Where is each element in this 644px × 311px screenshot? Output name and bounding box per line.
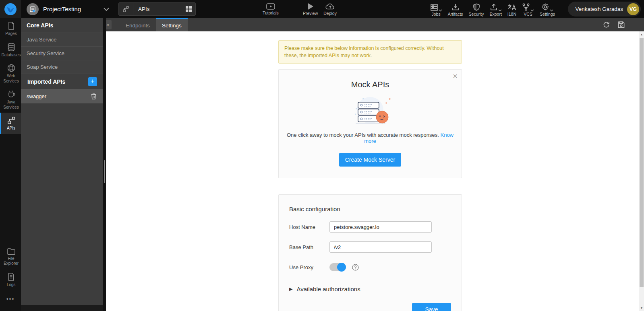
rail-label-web-services: Web Services [1,74,21,84]
add-imported-api-button[interactable]: + [88,77,97,86]
rail-item-pages[interactable]: Pages [0,18,21,39]
tutorials-button[interactable]: Tutorials [260,0,282,18]
mock-description-text: One click away to mock your APIs with ac… [287,132,440,138]
available-authorizations-label: Available authorizations [296,286,360,292]
deploy-button[interactable]: Deploy [321,0,340,18]
save-button[interactable]: Save [412,303,451,311]
rail-spacer [0,134,21,244]
tab-endpoints[interactable]: Endpoints [120,18,156,31]
security-icon [473,3,480,11]
use-proxy-toggle[interactable] [329,263,346,271]
warning-alert: Please make sure the below information i… [278,40,462,64]
artifacts-icon [451,4,460,11]
api-node-icon [119,3,133,15]
jobs-button[interactable]: Jobs [427,0,445,18]
basic-configuration-card: Basic configuration Host Name Base Path … [278,194,462,311]
panel-bottom-scrollbar[interactable] [21,305,103,311]
imported-api-item-swagger[interactable]: swagger [21,89,103,103]
base-path-label: Base Path [289,244,329,250]
available-authorizations-toggle[interactable]: ▶ Available authorizations [289,286,451,292]
tutorials-label: Tutorials [263,10,279,15]
base-path-input[interactable] [329,241,432,253]
content-scrollbar-thumb[interactable] [640,38,644,287]
user-name: Venkatesh Garadas [575,6,623,12]
tab-settings[interactable]: Settings [156,18,188,31]
project-icon [27,3,39,15]
panel-item-security-service[interactable]: Security Service [21,46,103,60]
panel-scrollbar[interactable] [103,18,106,311]
artifacts-button[interactable]: Artifacts [445,0,466,18]
pages-icon [7,21,15,30]
create-mock-server-button[interactable]: Create Mock Server [339,153,401,167]
settings-label: Settings [540,12,555,16]
apis-icon [7,116,16,125]
i18n-button[interactable]: I18N [505,0,519,18]
save-icon[interactable] [617,21,625,29]
preview-icon [307,3,314,10]
tab-endpoints-label: Endpoints [126,23,150,29]
panel-title: Core APIs [21,18,103,33]
right-toolbar: Jobs Artifacts Security Export I18N VCS … [427,0,558,18]
tab-bar: « Endpoints Settings [106,18,644,31]
refresh-icon[interactable] [603,21,610,29]
panel-item-soap-service[interactable]: Soap Service [21,60,103,74]
i18n-label-0: Export [490,12,502,16]
i18n-icon [507,3,516,11]
basic-configuration-title: Basic configuration [289,206,451,212]
tutorials-icon [266,3,275,10]
close-icon[interactable]: × [453,72,458,80]
host-name-input[interactable] [329,221,432,233]
grid-icon[interactable] [182,6,195,12]
rail-item-logs[interactable]: Logs [0,269,21,290]
coffee-icon [7,90,16,99]
content-scrollbar[interactable]: ▲ ▼ [639,31,644,311]
topbar: ProjectTesting APIs Tutorials Preview De… [0,0,644,18]
scroll-down-arrow-icon[interactable]: ▼ [639,305,644,311]
security-label: Security [469,12,484,16]
resource-selector[interactable]: APIs [118,2,196,16]
project-switcher[interactable]: ProjectTesting [27,3,110,15]
user-menu[interactable]: Venkatesh Garadas VG [568,2,641,16]
mock-description: One click away to mock your APIs with ac… [287,132,453,144]
panel-scrollbar-thumb[interactable] [104,160,105,183]
chevron-down-icon [103,7,110,11]
resource-selector-value: APIs [133,6,182,12]
panel-item-java-service[interactable]: Java Service [21,33,103,46]
panel-item-label: Security Service [27,50,64,56]
rail-item-apis[interactable]: APIs [0,113,21,134]
main-area: « Endpoints Settings Please make sure th… [106,18,644,311]
host-name-label: Host Name [289,224,329,230]
panel-item-label: Soap Service [27,64,58,70]
tabbar-actions [603,18,625,31]
logs-icon [7,272,15,281]
delete-icon[interactable] [91,93,97,100]
preview-button[interactable]: Preview [300,0,321,18]
rail-label-logs: Logs [7,282,16,288]
help-icon[interactable] [352,264,359,271]
export-button[interactable]: Export [487,0,505,18]
rail-label-java-services: Java Services [1,100,21,110]
artifacts-label: Artifacts [448,12,463,16]
app-logo[interactable] [0,0,21,18]
rail-item-java-services[interactable]: Java Services [0,87,21,113]
vcs-button[interactable]: VCS [519,0,537,18]
deploy-label: Deploy [323,11,337,16]
settings-content: Please make sure the below information i… [106,31,644,311]
rail-label-apis: APIs [7,126,15,131]
more-options-icon[interactable]: ••• [0,290,21,311]
rail-item-databases[interactable]: Databases [0,39,21,61]
warning-alert-text: Please make sure the below information i… [284,45,444,58]
wavemaker-logo-icon [4,2,17,16]
rail-label-databases: Databases [2,53,21,58]
settings-button[interactable]: Settings [537,0,558,18]
vcs-icon [522,3,530,11]
tab-settings-label: Settings [162,23,182,29]
security-button[interactable]: Security [466,0,487,18]
export-icon [490,4,498,11]
scroll-up-arrow-icon[interactable]: ▲ [639,31,644,37]
rail-item-file-explorer[interactable]: File Explorer [0,244,21,269]
rail-item-web-services[interactable]: Web Services [0,60,21,87]
mock-apis-title: Mock APIs [287,80,453,89]
globe-icon [7,64,16,72]
imported-api-label: swagger [27,93,91,99]
